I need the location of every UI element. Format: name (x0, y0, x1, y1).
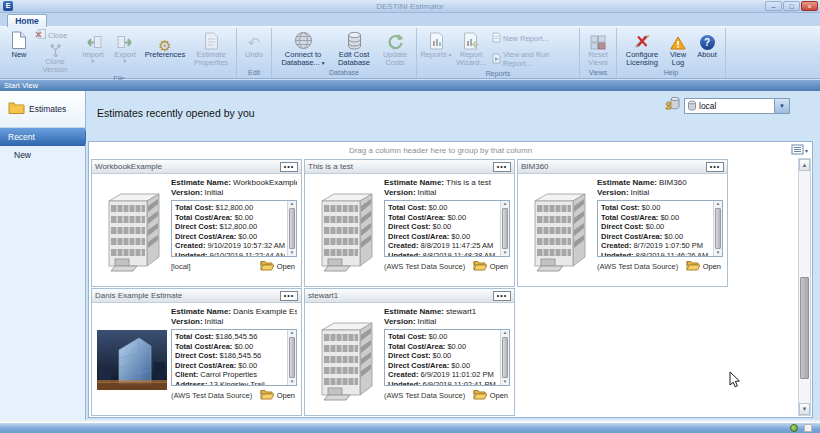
building-image (309, 307, 381, 413)
close-window-button[interactable]: × (801, 1, 818, 11)
import-button[interactable]: Import ▾ (77, 28, 109, 74)
detail-row: Total Cost/Area:$0.00 (175, 342, 285, 352)
card-title: WorkbookExample (95, 162, 280, 171)
estimate-card[interactable]: stewart1 ••• Estimate Name:stewart1 Vers… (304, 288, 515, 416)
tray-status-icon[interactable] (790, 424, 798, 432)
clone-version-button[interactable]: Clone Version (33, 42, 77, 74)
scroll-thumb[interactable] (289, 337, 295, 378)
warning-triangle-icon (670, 30, 686, 50)
export-button[interactable]: Export ▾ (109, 28, 141, 74)
scroll-up-button[interactable]: ▲ (799, 159, 810, 171)
new-report-icon (492, 32, 501, 45)
scroll-thumb[interactable] (715, 208, 721, 249)
refresh-icon (387, 30, 404, 50)
card-menu-button[interactable]: ••• (280, 291, 298, 301)
open-estimate-button[interactable]: Open (471, 389, 510, 402)
card-scrollbar[interactable]: ▲▼ (500, 201, 509, 256)
card-scrollbar[interactable]: ▲▼ (713, 201, 722, 256)
chevron-down-icon: ▾ (124, 59, 127, 63)
view-and-run-report-button[interactable]: View and Run Report... (490, 49, 576, 69)
card-menu-button[interactable]: ••• (493, 162, 511, 172)
open-estimate-button[interactable]: Open (258, 389, 297, 402)
detail-row: Direct Cost/Area:$0.00 (175, 232, 285, 242)
scroll-down-icon[interactable]: ▼ (290, 379, 294, 385)
ribbon-group-label: Views (583, 68, 613, 78)
detail-row: Total Cost/Area:$0.00 (388, 342, 498, 352)
scroll-thumb[interactable] (289, 208, 295, 249)
new-button[interactable]: New (5, 28, 33, 74)
view-log-button[interactable]: View Log (664, 28, 692, 68)
ribbon-group-help: Configure Licensing View Log ? About Hel… (617, 28, 726, 78)
main-content: Estimates recently opened by you local ▼… (86, 91, 820, 420)
card-title: BIM360 (521, 162, 706, 171)
sidebar-item-new[interactable]: New (0, 146, 85, 164)
reset-views-icon (590, 30, 606, 50)
estimate-card[interactable]: Danis Example Estimate ••• Estimate Name… (91, 288, 302, 416)
detail-row: Direct Cost/Area:$0.00 (601, 232, 711, 242)
card-menu-button[interactable]: ••• (280, 162, 298, 172)
tray-app-icon[interactable] (804, 424, 812, 432)
scroll-up-icon[interactable]: ▲ (503, 330, 507, 336)
update-costs-button[interactable]: Update Costs (377, 28, 413, 68)
scroll-thumb[interactable] (502, 208, 508, 249)
reports-button[interactable]: Reports ▾ (420, 28, 452, 69)
close-estimate-button[interactable]: Close (33, 28, 77, 42)
card-scrollbar[interactable]: ▲▼ (287, 330, 296, 385)
scroll-down-icon[interactable]: ▼ (503, 250, 507, 256)
clone-version-icon (49, 44, 62, 57)
scroll-down-button[interactable]: ▼ (799, 403, 810, 415)
scroll-up-icon[interactable]: ▲ (290, 201, 294, 207)
connect-to-database-button[interactable]: Connect to Database... ▾ (275, 28, 331, 68)
report-wizard-button[interactable]: Report Wizard... (452, 28, 490, 69)
scroll-up-icon[interactable]: ▲ (716, 201, 720, 207)
list-view-button[interactable]: ▾ (791, 144, 808, 156)
card-header: Danis Example Estimate ••• (92, 289, 301, 303)
minimize-button[interactable]: – (765, 1, 782, 11)
estimate-properties-button[interactable]: Estimate Properties (189, 28, 233, 74)
field-label: Estimate Name: (597, 178, 657, 187)
new-report-button[interactable]: New Report... (490, 31, 576, 46)
sidebar-item-recent[interactable]: Recent (0, 128, 85, 146)
scroll-down-icon[interactable]: ▼ (290, 250, 294, 256)
card-menu-button[interactable]: ••• (706, 162, 724, 172)
card-header: stewart1 ••• (305, 289, 514, 303)
reset-views-button[interactable]: Reset Views (583, 28, 613, 68)
configure-licensing-button[interactable]: Configure Licensing (620, 28, 664, 68)
scroll-down-icon[interactable]: ▼ (716, 250, 720, 256)
undo-button[interactable]: ↶ Undo (240, 28, 268, 68)
maximize-button[interactable]: □ (783, 1, 800, 11)
ribbon: New Close Clone Version (0, 27, 820, 79)
estimate-card[interactable]: BIM360 ••• Estimate Name:BIM360 Version:… (517, 159, 728, 287)
detail-row: Created:8/8/2019 11:47:25 AM (388, 241, 498, 251)
field-label: Estimate Name: (171, 178, 231, 187)
card-scrollbar[interactable]: ▲▼ (287, 201, 296, 256)
edit-cost-database-button[interactable]: Edit Cost Database (331, 28, 377, 68)
estimate-card[interactable]: This is a test ••• Estimate Name:This is… (304, 159, 515, 287)
ribbon-group-reports: Reports ▾ Report Wizard... New Report... (417, 28, 580, 78)
scroll-thumb[interactable] (800, 277, 809, 379)
sidebar-item-estimates[interactable]: Estimates (0, 91, 85, 128)
card-menu-button[interactable]: ••• (493, 291, 511, 301)
globe-icon (294, 30, 313, 50)
scroll-down-icon[interactable]: ▼ (503, 379, 507, 385)
taskbar[interactable] (0, 422, 820, 433)
scroll-thumb[interactable] (502, 337, 508, 378)
export-icon (117, 30, 134, 50)
card-scrollbar[interactable]: ▲▼ (500, 330, 509, 385)
tab-home[interactable]: Home (7, 14, 47, 27)
open-estimate-button[interactable]: Open (684, 260, 723, 273)
open-estimate-button[interactable]: Open (258, 260, 297, 273)
scroll-up-icon[interactable]: ▲ (290, 330, 294, 336)
combo-dropdown-arrow[interactable]: ▼ (774, 99, 789, 113)
open-estimate-button[interactable]: Open (471, 260, 510, 273)
scroll-up-icon[interactable]: ▲ (503, 201, 507, 207)
card-title: Danis Example Estimate (95, 291, 280, 300)
panel-scrollbar[interactable]: ▲ ▼ (798, 158, 811, 416)
building-image (96, 178, 168, 284)
preferences-button[interactable]: ⚙ Preferences (141, 28, 189, 74)
detail-row: Direct Cost/Area:$0.00 (388, 232, 498, 242)
list-view-icon (791, 144, 804, 156)
about-button[interactable]: ? About (692, 28, 722, 68)
data-source-select[interactable]: local ▼ (684, 98, 790, 114)
estimate-card[interactable]: WorkbookExample ••• Estimate Name:Workbo… (91, 159, 302, 287)
